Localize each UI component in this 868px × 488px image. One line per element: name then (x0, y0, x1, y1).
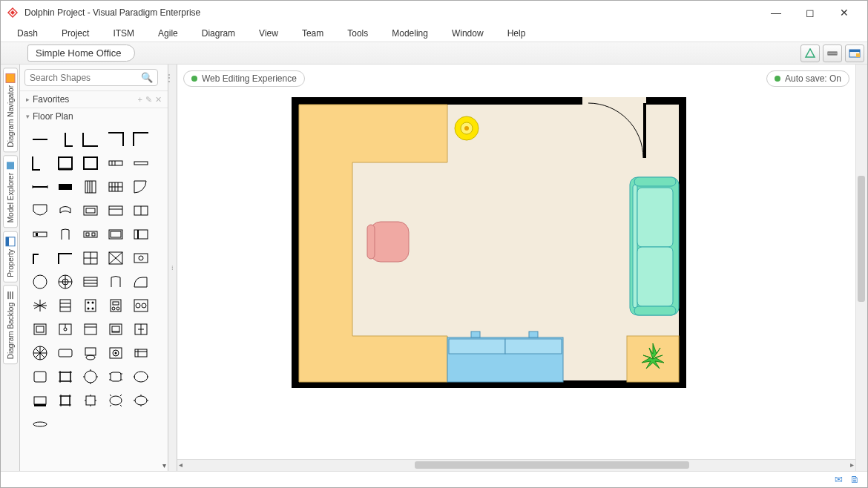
menu-itsm[interactable]: ITSM (101, 25, 146, 42)
shape-item-36[interactable] (54, 295, 76, 316)
web-editing-badge[interactable]: Web Editing Experience (183, 70, 305, 87)
shape-item-52[interactable] (79, 366, 102, 387)
shape-item-55[interactable] (29, 390, 51, 411)
shape-item-30[interactable] (29, 271, 51, 292)
shape-item-59[interactable] (130, 390, 152, 411)
scroll-left-icon[interactable]: ◂ (179, 461, 183, 469)
shape-item-19[interactable] (130, 200, 152, 221)
menu-tools[interactable]: Tools (335, 25, 380, 42)
shape-item-42[interactable] (79, 319, 102, 340)
menu-diagram[interactable]: Diagram (190, 25, 247, 42)
minimize-button[interactable]: ― (759, 1, 793, 24)
shape-search-box[interactable]: 🔍 (24, 69, 158, 86)
shape-item-39[interactable] (130, 295, 152, 316)
floorplan-section[interactable]: ▾ Floor Plan (20, 108, 168, 125)
shape-item-50[interactable] (29, 366, 51, 387)
shape-item-10[interactable] (29, 177, 51, 197)
shape-item-41[interactable] (54, 319, 76, 340)
splitter[interactable]: ⁞ (168, 65, 177, 471)
shape-item-22[interactable] (79, 224, 102, 245)
shape-item-34[interactable] (130, 271, 152, 292)
shape-item-16[interactable] (54, 200, 76, 221)
shape-item-33[interactable] (105, 271, 127, 292)
measure-button[interactable] (823, 44, 842, 62)
menu-agile[interactable]: Agile (146, 25, 190, 42)
shape-item-45[interactable] (29, 343, 51, 363)
menu-modeling[interactable]: Modeling (380, 25, 440, 42)
shape-item-40[interactable] (29, 319, 51, 340)
shape-item-21[interactable] (54, 224, 76, 245)
shape-item-13[interactable] (105, 177, 127, 197)
shape-item-6[interactable] (54, 153, 76, 174)
shape-item-53[interactable] (105, 366, 127, 387)
menu-project[interactable]: Project (50, 25, 101, 42)
shape-item-38[interactable] (105, 295, 127, 316)
shape-item-49[interactable] (130, 343, 152, 363)
panels-button[interactable] (845, 44, 864, 62)
search-options-icon[interactable]: ⋮ (161, 72, 177, 84)
shape-item-11[interactable] (54, 177, 76, 197)
breadcrumb-tab[interactable]: Simple Home Office (27, 44, 135, 62)
menu-window[interactable]: Window (440, 25, 496, 42)
shape-item-56[interactable] (54, 390, 76, 411)
mail-icon[interactable]: ✉ (835, 474, 843, 485)
shape-item-5[interactable] (29, 153, 51, 174)
menu-team[interactable]: Team (290, 25, 335, 42)
horizontal-scrollbar[interactable]: ◂ ▸ (177, 459, 855, 471)
shape-item-57[interactable] (79, 390, 102, 411)
hscroll-thumb[interactable] (415, 461, 689, 469)
shape-item-51[interactable] (54, 366, 76, 387)
shape-item-32[interactable] (79, 271, 102, 292)
remove-icon[interactable]: ✕ (155, 95, 162, 105)
shape-item-46[interactable] (54, 343, 76, 363)
shape-item-7[interactable] (79, 153, 102, 174)
doc-icon[interactable]: 🗎 (850, 474, 860, 485)
shape-item-14[interactable] (130, 177, 152, 197)
shape-item-58[interactable] (105, 390, 127, 411)
shape-item-12[interactable] (79, 177, 102, 197)
shape-item-3[interactable] (105, 129, 127, 150)
shape-item-44[interactable] (130, 319, 152, 340)
vscroll-thumb[interactable] (858, 176, 865, 302)
side-tab-model-explorer[interactable]: Model Explorer (3, 155, 18, 228)
shape-item-47[interactable] (79, 343, 102, 363)
shape-item-15[interactable] (29, 200, 51, 221)
shape-item-37[interactable] (79, 295, 102, 316)
shape-item-0[interactable] (29, 129, 51, 150)
close-button[interactable]: ✕ (827, 1, 861, 24)
cabinet-shape[interactable] (447, 332, 563, 382)
shape-item-28[interactable] (105, 248, 127, 268)
shape-item-48[interactable] (105, 343, 127, 363)
favorites-section[interactable]: ▸ Favorites + ✎ ✕ (20, 90, 168, 108)
vertical-scrollbar[interactable] (855, 65, 867, 471)
sofa-shape[interactable] (630, 177, 679, 315)
share-button[interactable] (800, 44, 820, 62)
shape-item-1[interactable] (54, 129, 76, 150)
shape-item-20[interactable] (29, 224, 51, 245)
side-tab-diagram-navigator[interactable]: Diagram Navigator (3, 67, 18, 152)
rug-shape[interactable] (627, 336, 679, 382)
shape-item-31[interactable] (54, 271, 76, 292)
shape-item-23[interactable] (105, 224, 127, 245)
shape-item-9[interactable] (130, 153, 152, 174)
shape-item-24[interactable] (130, 224, 152, 245)
shape-item-29[interactable] (130, 248, 152, 268)
shape-item-43[interactable] (105, 319, 127, 340)
shape-item-60[interactable] (29, 414, 51, 435)
canvas-body[interactable]: Web Editing Experience Auto save: On (177, 65, 855, 459)
shape-item-25[interactable] (29, 248, 51, 268)
shape-item-4[interactable] (130, 129, 152, 150)
menu-dash[interactable]: Dash (5, 25, 50, 42)
side-tab-diagram-backlog[interactable]: Diagram Backlog (3, 285, 18, 364)
edit-icon[interactable]: ✎ (145, 95, 152, 105)
maximize-button[interactable]: ◻ (793, 1, 827, 24)
shape-item-18[interactable] (105, 200, 127, 221)
shape-item-17[interactable] (79, 200, 102, 221)
chair-shape[interactable] (367, 222, 409, 262)
scroll-down-icon[interactable]: ▾ (162, 461, 166, 469)
shape-item-27[interactable] (79, 248, 102, 268)
shape-item-54[interactable] (130, 366, 152, 387)
lamp-shape[interactable] (455, 116, 479, 140)
menu-help[interactable]: Help (496, 25, 538, 42)
add-icon[interactable]: + (138, 95, 142, 104)
